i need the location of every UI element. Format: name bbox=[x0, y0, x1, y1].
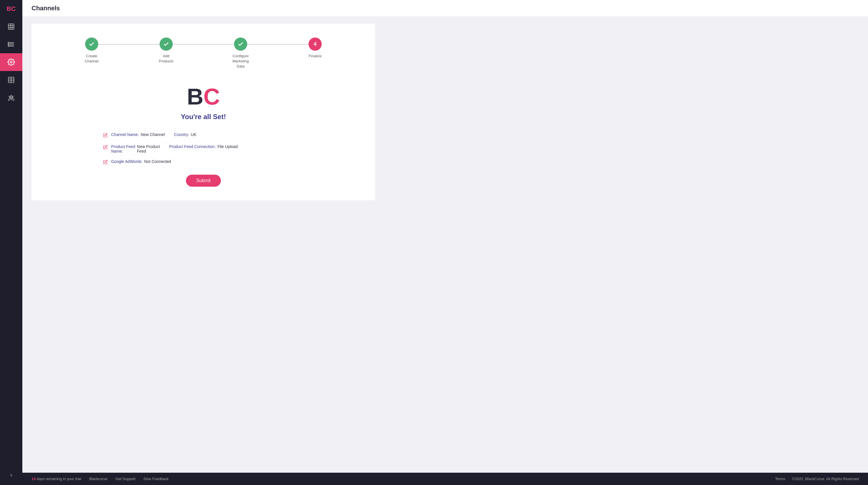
bc-logo-large: BC bbox=[55, 85, 352, 108]
product-feed-connection-field: Product Feed Connection: File Upload bbox=[169, 144, 238, 154]
google-adwords-label: Google AdWords: bbox=[111, 159, 143, 164]
check-icon-3 bbox=[238, 41, 244, 47]
chart-icon bbox=[7, 23, 15, 30]
product-feed-connection-label: Product Feed Connection: bbox=[169, 144, 216, 149]
check-icon-2 bbox=[163, 41, 169, 47]
main-wrapper: Channels CreateChannel bbox=[22, 0, 868, 485]
summary-fields-3: Google AdWords: Not Connected bbox=[111, 159, 304, 164]
footer-copyright: ©2022. BlackCurve. All Rights Reserved bbox=[792, 477, 859, 481]
sidebar: BC bbox=[0, 0, 22, 485]
svg-point-9 bbox=[8, 42, 9, 43]
list-icon bbox=[7, 41, 15, 48]
product-feed-name-value: New ProductFeed bbox=[137, 144, 160, 154]
sidebar-item-table[interactable] bbox=[0, 71, 22, 89]
footer-link-blackcurve[interactable]: Blackcurve bbox=[89, 477, 107, 481]
logo-b: B bbox=[7, 5, 11, 12]
svg-point-19 bbox=[10, 97, 10, 98]
step-label-3: ConfigureMarketingData bbox=[232, 54, 249, 69]
page-title: Channels bbox=[32, 5, 859, 12]
summary-row-2: Product FeedName: New ProductFeed Produc… bbox=[103, 144, 304, 154]
step-circle-1 bbox=[85, 37, 98, 51]
logo-c: C bbox=[11, 5, 16, 12]
sidebar-item-settings[interactable] bbox=[0, 53, 22, 71]
footer-link-feedback[interactable]: Give Feedback bbox=[144, 477, 168, 481]
step-connector-3 bbox=[241, 44, 315, 45]
footer-link-support[interactable]: Get Support bbox=[116, 477, 135, 481]
product-feed-name-field: Product FeedName: New ProductFeed bbox=[111, 144, 160, 154]
edit-icon-2[interactable] bbox=[103, 145, 108, 151]
svg-rect-0 bbox=[8, 24, 14, 30]
channel-name-label: Channel Name: bbox=[111, 132, 139, 137]
submit-button[interactable]: Submit bbox=[186, 175, 221, 187]
svg-point-10 bbox=[8, 43, 9, 44]
stepper: CreateChannel AddProducts bbox=[55, 37, 352, 69]
product-feed-connection-value: File Upload bbox=[217, 144, 238, 149]
channel-name-value: New Channel bbox=[141, 132, 165, 137]
step-circle-3 bbox=[234, 37, 247, 51]
trial-days: 14 bbox=[32, 477, 35, 481]
summary-fields-2: Product FeedName: New ProductFeed Produc… bbox=[111, 144, 304, 154]
country-value: UK bbox=[191, 132, 196, 137]
top-header: Channels bbox=[22, 0, 868, 17]
edit-icon-3[interactable] bbox=[103, 160, 108, 165]
content-area: CreateChannel AddProducts bbox=[22, 17, 868, 473]
step-label-2: AddProducts bbox=[159, 54, 173, 64]
submit-area: Submit bbox=[55, 175, 352, 187]
main-card: CreateChannel AddProducts bbox=[32, 24, 375, 200]
summary-fields-1: Channel Name: New Channel Country: UK bbox=[111, 132, 304, 137]
logo: BC bbox=[7, 5, 16, 12]
sidebar-item-reports[interactable] bbox=[0, 18, 22, 35]
sidebar-nav bbox=[0, 18, 22, 468]
sidebar-item-robot[interactable] bbox=[0, 89, 22, 106]
footer: 14 days remaining in your trial Blackcur… bbox=[22, 473, 868, 485]
chevron-right-icon bbox=[9, 473, 14, 478]
logo-large-b: B bbox=[187, 84, 204, 109]
step-label-4: Finalize bbox=[309, 54, 322, 59]
step-add-products: AddProducts bbox=[129, 37, 204, 64]
trial-text: 14 days remaining in your trial bbox=[32, 477, 81, 481]
step-finalize: 4 Finalize bbox=[278, 37, 352, 59]
footer-right: Terms ©2022. BlackCurve. All Rights Rese… bbox=[775, 477, 859, 481]
step-label-1: CreateChannel bbox=[85, 54, 98, 64]
step-circle-4: 4 bbox=[309, 37, 322, 51]
all-set-heading: You're all Set! bbox=[55, 113, 352, 121]
sidebar-logo[interactable]: BC bbox=[0, 0, 22, 18]
step-configure: ConfigureMarketingData bbox=[204, 37, 278, 69]
google-adwords-field: Google AdWords: Not Connected bbox=[111, 159, 171, 164]
footer-left: 14 days remaining in your trial Blackcur… bbox=[32, 477, 169, 481]
svg-point-20 bbox=[12, 97, 12, 98]
svg-point-12 bbox=[8, 46, 9, 46]
channel-name-field: Channel Name: New Channel bbox=[111, 132, 165, 137]
sidebar-expand-button[interactable] bbox=[0, 468, 22, 483]
step-connector-2 bbox=[166, 44, 241, 45]
summary-row-3: Google AdWords: Not Connected bbox=[103, 159, 304, 165]
table-icon bbox=[7, 76, 15, 84]
summary-section: Channel Name: New Channel Country: UK bbox=[103, 132, 304, 165]
step-create-channel: CreateChannel bbox=[55, 37, 129, 64]
country-field: Country: UK bbox=[174, 132, 196, 137]
svg-point-11 bbox=[8, 45, 9, 45]
product-feed-name-label: Product FeedName: bbox=[111, 144, 135, 154]
summary-row-1: Channel Name: New Channel Country: UK bbox=[103, 132, 304, 138]
trial-remaining: days remaining in your trial bbox=[37, 477, 81, 481]
svg-point-13 bbox=[10, 61, 12, 63]
sidebar-item-channels[interactable] bbox=[0, 35, 22, 53]
country-label: Country: bbox=[174, 132, 189, 137]
gear-icon bbox=[7, 58, 15, 66]
logo-large-c: C bbox=[204, 84, 220, 109]
google-adwords-value: Not Connected bbox=[144, 159, 171, 164]
edit-icon-1[interactable] bbox=[103, 133, 108, 138]
footer-link-terms[interactable]: Terms bbox=[775, 477, 785, 481]
step-connector-1 bbox=[92, 44, 166, 45]
robot-icon bbox=[7, 94, 15, 101]
check-icon-1 bbox=[89, 41, 95, 47]
step-circle-2 bbox=[160, 37, 173, 51]
